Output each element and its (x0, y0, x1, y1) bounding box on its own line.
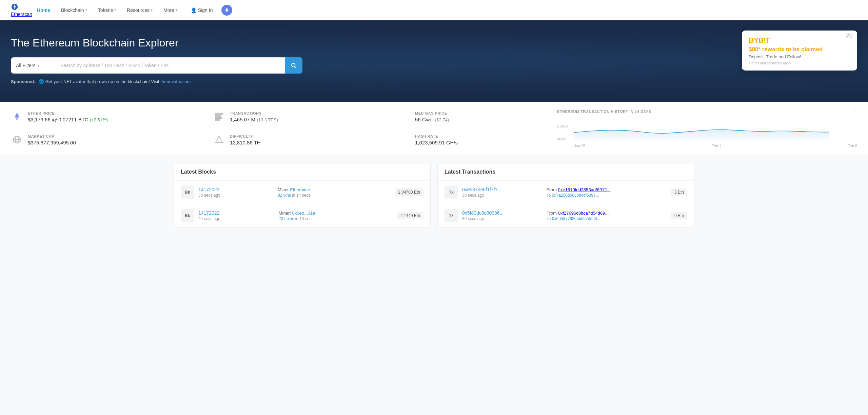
blockchain-chevron-icon: ▾ (85, 8, 87, 12)
block-info-1: 14172022 44 secs ago (198, 210, 275, 221)
difficulty-icon (213, 134, 225, 146)
stats-col-txns: TRANSACTIONS 1,465.07 M (13.3 TPS) DIFFI… (202, 102, 404, 155)
tx-badge-0: Tx (445, 185, 458, 199)
tx-from-link-0[interactable]: 0xe1619fdd3553adf8912... (558, 187, 611, 192)
ether-price-change: (+3.51%) (90, 117, 108, 122)
ether-price-stat: ETHER PRICE $3,179.66 @ 0.07211 BTC (+3.… (11, 111, 191, 123)
block-number-1[interactable]: 14172022 (198, 210, 275, 216)
difficulty-stat: DIFFICULTY 12,810.86 TH (213, 134, 393, 146)
transactions-stat: TRANSACTIONS 1,465.07 M (13.3 TPS) (213, 111, 393, 123)
ad-subtext: Deposit, Trade and Follow! (749, 54, 850, 59)
block-amount-1: 2.1449 Eth (397, 212, 423, 219)
tx-badge-1: Tx (445, 209, 458, 222)
sponsored-text: Get your NFT avatar that grows up on the… (45, 79, 159, 84)
stats-col-gas: MED GAS PRICE 56 Gwei ($3.74) HASH RATE … (404, 102, 546, 155)
market-cap-label: MARKET CAP (28, 134, 191, 138)
search-filter-dropdown[interactable]: All Filters ▾ (11, 57, 55, 74)
nav-logo[interactable]: Etherscan (11, 3, 32, 17)
user-icon: 👤 (191, 7, 197, 13)
sponsored-link[interactable]: thenovatar.com (160, 79, 191, 84)
tx-from-link-1[interactable]: 0xf27696c8bca7d54d69... (558, 211, 609, 216)
block-time-0: 30 secs ago (198, 193, 274, 198)
chart-area: 1 280k 960k (557, 124, 857, 148)
block-number-0[interactable]: 14172023 (198, 187, 274, 192)
block-txns-0: 82 txns in 14 secs (278, 193, 391, 198)
more-chevron-icon: ▾ (176, 8, 177, 12)
sponsored-bar: Sponsored: 🌐 Get your NFT avatar that gr… (11, 79, 857, 84)
hero-title: The Ethereum Blockchain Explorer (11, 37, 857, 49)
latest-transactions-title: Latest Transactions (438, 163, 694, 181)
block-item: Bk 14172023 30 secs ago Miner Ethermine … (174, 181, 430, 204)
nav-link-resources[interactable]: Resources ▾ (122, 5, 157, 16)
stats-chart-col: ETHEREUM TRANSACTION HISTORY IN 14 DAYS … (546, 102, 857, 155)
tx-to-1: To 0x9d58779365b067d5d3... (547, 216, 667, 221)
svg-rect-13 (216, 117, 222, 119)
chart-more-button[interactable]: ⋮ (851, 108, 857, 115)
eth-price-badge[interactable] (221, 5, 232, 16)
resources-chevron-icon: ▾ (151, 8, 153, 12)
hero-section: Ad BYB!T $80* rewards to be claimed Depo… (0, 20, 868, 102)
block-badge-0: Bk (181, 185, 194, 199)
hash-rate-value: 1,023,509.91 GH/s (415, 140, 535, 145)
block-item-1: Bk 14172022 44 secs ago Miner: 0x6eb...3… (174, 204, 430, 227)
tx-time-1: 30 secs ago (462, 216, 542, 221)
tx-detail-1: From 0xf27696c8bca7d54d69... To 0x9d5877… (547, 211, 667, 221)
svg-point-3 (292, 63, 295, 67)
block-detail-1: Miner: 0x6eb...31a 207 txns in 13 secs (279, 211, 393, 221)
tx-to-0: To 0x7a250d5630b4cf5397... (547, 193, 667, 198)
tx-to-link-1[interactable]: 0x9d58779365b067d5d3... (552, 216, 600, 221)
globe-icon (11, 134, 23, 146)
transactions-value: 1,465.07 M (13.3 TPS) (230, 117, 393, 122)
nav-link-home[interactable]: Home (32, 5, 55, 16)
med-gas-stat: MED GAS PRICE 56 Gwei ($3.74) (415, 111, 535, 122)
block-miner-label-1: Miner: 0x6eb...31a (279, 211, 393, 216)
chart-svg-wrap (574, 124, 857, 141)
block-info-0: 14172023 30 secs ago (198, 187, 274, 198)
tx-from-1: From 0xf27696c8bca7d54d69... (547, 211, 667, 216)
tx-to-link-0[interactable]: 0x7a250d5630b4cf5397... (552, 193, 599, 198)
tx-from-0: From 0xe1619fdd3553adf8912... (547, 187, 667, 192)
stats-bar: ETHER PRICE $3,179.66 @ 0.07211 BTC (+3.… (0, 102, 868, 155)
tokens-chevron-icon: ▾ (114, 8, 116, 12)
market-cap-value: $375,677,959,495.00 (28, 140, 191, 145)
tx-amount-0: 3 Eth (671, 189, 687, 196)
difficulty-value: 12,810.86 TH (230, 140, 393, 145)
search-input[interactable] (55, 57, 285, 74)
ad-fine-print: *Terms and conditions apply. (749, 61, 850, 65)
latest-transactions-panel: Latest Transactions Tx 0xe587de6f1f7f1..… (437, 163, 694, 228)
nav-link-more[interactable]: More ▾ (159, 5, 182, 16)
main-content: Latest Blocks Bk 14172023 30 secs ago Mi… (163, 155, 705, 236)
svg-rect-14 (216, 119, 220, 121)
tx-time-0: 30 secs ago (462, 193, 542, 198)
search-button[interactable] (285, 57, 302, 74)
block-miner-0[interactable]: Ethermine (290, 187, 310, 192)
block-amount-0: 2.04703 Eth (395, 189, 423, 196)
block-miner-1[interactable]: 0x6eb...31a (292, 211, 315, 216)
block-txns-link-0[interactable]: 82 txns (278, 193, 291, 198)
nav-logo-text: Etherscan (11, 12, 32, 17)
tx-hash-0[interactable]: 0xe587de6f1f7f1... (462, 187, 542, 192)
tx-info-0: 0xe587de6f1f7f1... 30 secs ago (462, 187, 542, 198)
ether-price-value: $3,179.66 @ 0.07211 BTC (+3.51%) (28, 117, 191, 122)
tx-detail-0: From 0xe1619fdd3553adf8912... To 0x7a250… (547, 187, 667, 198)
hash-rate-label: HASH RATE (415, 134, 535, 138)
svg-rect-11 (216, 114, 223, 115)
chart-y-labels: 1 280k 960k (557, 124, 568, 141)
filter-chevron-icon: ▾ (38, 63, 40, 68)
nav-links: Home Blockchain ▾ Tokens ▾ Resources ▾ M… (32, 5, 232, 16)
nav-link-tokens[interactable]: Tokens ▾ (93, 5, 121, 16)
tx-hash-1[interactable]: 0x5f80dc8c00936... (462, 210, 542, 216)
search-bar: All Filters ▾ (11, 57, 302, 74)
svg-rect-12 (216, 116, 221, 117)
tx-item-0: Tx 0xe587de6f1f7f1... 30 secs ago From 0… (438, 181, 694, 204)
chart-x-labels: Jan 25 Feb 1 Feb 8 (574, 144, 857, 148)
stats-col-price: ETHER PRICE $3,179.66 @ 0.07211 BTC (+3.… (11, 102, 202, 155)
block-detail-0: Miner Ethermine 82 txns in 14 secs (278, 187, 391, 198)
sign-in-button[interactable]: 👤 Sign In (186, 5, 218, 16)
difficulty-label: DIFFICULTY (230, 134, 393, 138)
sponsored-label: Sponsored: (11, 79, 35, 84)
nav-link-blockchain[interactable]: Blockchain ▾ (56, 5, 92, 16)
nav-logo-icon (11, 3, 32, 12)
block-txns-link-1[interactable]: 207 txns (279, 216, 294, 221)
ether-price-label: ETHER PRICE (28, 111, 191, 115)
